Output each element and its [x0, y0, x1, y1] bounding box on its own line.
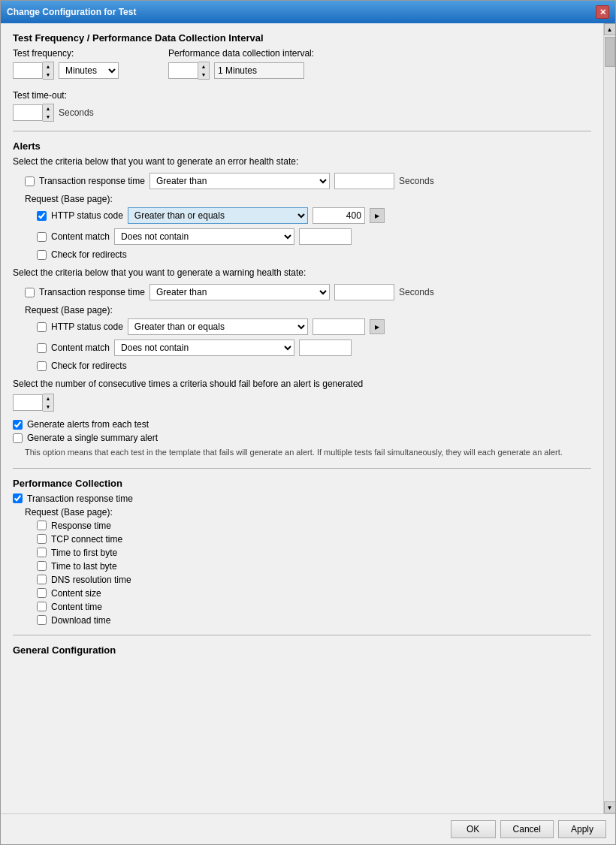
test-frequency-up[interactable]: ▲: [43, 62, 53, 71]
error-http-play-button[interactable]: ▶: [370, 208, 385, 223]
error-content-value[interactable]: [299, 228, 352, 245]
consecutive-spinner: 1 ▲ ▼: [13, 394, 54, 412]
divider-1: [13, 131, 591, 131]
generate-each-checkbox[interactable]: [13, 420, 23, 430]
general-config-section: General Configuration: [13, 644, 591, 656]
warning-http-operator[interactable]: Greater than Greater than or equals: [128, 318, 308, 335]
divider-2: [13, 468, 591, 469]
test-frequency-input[interactable]: 5: [13, 62, 43, 79]
test-frequency-down[interactable]: ▼: [43, 71, 53, 79]
warning-redirects-label: Check for redirects: [51, 361, 127, 371]
perf-interval-spinner-btns: ▲ ▼: [198, 62, 210, 80]
generate-summary-label: Generate a single summary alert: [27, 433, 158, 443]
perf-interval-label: Performance data collection interval:: [168, 48, 314, 59]
timeout-group: Test time-out: 45 ▲ ▼ Seconds: [13, 90, 591, 122]
perf-transaction-checkbox[interactable]: [13, 493, 23, 503]
warning-transaction-row: Transaction response time Greater than G…: [25, 284, 591, 300]
warning-content-value[interactable]: [299, 340, 352, 356]
ok-button[interactable]: OK: [451, 820, 496, 838]
warning-criteria-desc: Select the criteria below that you want …: [13, 267, 591, 278]
error-content-checkbox[interactable]: [37, 232, 47, 242]
warning-http-label: HTTP status code: [51, 321, 123, 332]
consecutive-spinner-btns: ▲ ▼: [43, 394, 54, 412]
error-transaction-value[interactable]: [334, 173, 394, 189]
test-frequency-unit-select[interactable]: Minutes Hours Seconds: [59, 62, 119, 79]
cancel-button[interactable]: Cancel: [500, 820, 554, 838]
frequency-section: Test Frequency / Performance Data Collec…: [13, 32, 591, 122]
perf-content-time-row: Content time: [37, 602, 591, 612]
perf-time-last-byte-row: Time to last byte: [37, 561, 591, 572]
timeout-up[interactable]: ▲: [43, 104, 53, 113]
timeout-input[interactable]: 45: [13, 104, 43, 121]
main-window: Change Configuration for Test ✕ Test Fre…: [0, 0, 616, 845]
warning-content-checkbox[interactable]: [37, 343, 47, 353]
generate-summary-checkbox[interactable]: [13, 433, 23, 443]
divider-3: [13, 635, 591, 635]
perf-interval-spinner: 1 ▲ ▼: [168, 62, 210, 80]
scroll-track[interactable]: [604, 35, 615, 801]
warning-redirects-row: Check for redirects: [37, 361, 591, 371]
perf-time-first-byte-checkbox[interactable]: [37, 548, 47, 557]
error-transaction-checkbox[interactable]: [25, 177, 35, 186]
perf-interval-down[interactable]: ▼: [198, 71, 209, 79]
warning-transaction-unit: Seconds: [399, 287, 434, 297]
scroll-down-button[interactable]: ▼: [604, 801, 616, 813]
frequency-row: Test frequency: 5 ▲ ▼ Minutes: [13, 48, 591, 84]
error-transaction-operator[interactable]: Greater than Greater than or equals Less…: [149, 173, 330, 189]
close-button[interactable]: ✕: [596, 5, 609, 19]
error-transaction-label: Transaction response time: [39, 176, 145, 186]
consecutive-up[interactable]: ▲: [43, 394, 53, 403]
warning-http-checkbox[interactable]: [37, 322, 47, 332]
perf-interval-up[interactable]: ▲: [198, 62, 209, 71]
alerts-section: Alerts Select the criteria below that yo…: [13, 140, 591, 459]
perf-collection-section: Performance Collection Transaction respo…: [13, 478, 591, 626]
warning-transaction-operator[interactable]: Greater than Greater than or equals: [149, 284, 330, 300]
error-transaction-unit: Seconds: [399, 176, 434, 186]
error-http-checkbox[interactable]: [37, 211, 47, 221]
timeout-down[interactable]: ▼: [43, 113, 53, 121]
perf-interval-group: Performance data collection interval: 1 …: [168, 48, 314, 84]
timeout-spinner-btns: ▲ ▼: [43, 104, 54, 122]
perf-dns-resolution-checkbox[interactable]: [37, 575, 47, 584]
warning-redirects-checkbox[interactable]: [37, 361, 47, 371]
titlebar: Change Configuration for Test ✕: [1, 1, 615, 23]
perf-interval-controls: 1 ▲ ▼ 1 Minutes: [168, 62, 314, 80]
error-content-label: Content match: [51, 231, 110, 242]
scroll-up-button[interactable]: ▲: [604, 23, 616, 35]
warning-content-operator[interactable]: Does not contain Contains: [114, 340, 294, 356]
test-frequency-spinner: 5 ▲ ▼: [13, 62, 54, 80]
perf-content-size-label: Content size: [51, 588, 101, 599]
perf-time-first-byte-label: Time to first byte: [51, 548, 117, 558]
perf-response-time-checkbox[interactable]: [37, 521, 47, 530]
consecutive-input[interactable]: 1: [13, 394, 43, 411]
perf-time-last-byte-checkbox[interactable]: [37, 561, 47, 571]
perf-tcp-connect-checkbox[interactable]: [37, 534, 47, 544]
perf-interval-display: 1 Minutes: [214, 62, 304, 79]
scrollbar[interactable]: ▲ ▼: [603, 23, 615, 813]
alerts-title: Alerts: [13, 140, 591, 152]
perf-content-time-checkbox[interactable]: [37, 602, 47, 611]
warning-transaction-checkbox[interactable]: [25, 288, 35, 297]
timeout-label: Test time-out:: [13, 90, 591, 101]
frequency-title: Test Frequency / Performance Data Collec…: [13, 32, 591, 44]
error-content-operator[interactable]: Does not contain Contains: [114, 228, 294, 245]
perf-tcp-connect-label: TCP connect time: [51, 534, 122, 545]
apply-button[interactable]: Apply: [558, 820, 606, 838]
warning-transaction-value[interactable]: [334, 284, 394, 300]
perf-content-size-checkbox[interactable]: [37, 588, 47, 598]
error-redirects-checkbox[interactable]: [37, 250, 47, 260]
warning-http-row: HTTP status code Greater than Greater th…: [37, 318, 591, 335]
error-http-row: HTTP status code Greater than Greater th…: [37, 207, 591, 224]
scroll-thumb[interactable]: [605, 37, 615, 67]
error-http-operator[interactable]: Greater than Greater than or equals Less…: [128, 207, 308, 224]
perf-content-time-label: Content time: [51, 602, 102, 612]
error-http-value[interactable]: [313, 207, 365, 224]
consecutive-down[interactable]: ▼: [43, 403, 53, 411]
warning-http-play-button[interactable]: ▶: [370, 319, 385, 334]
warning-http-value[interactable]: [313, 318, 365, 335]
perf-download-time-checkbox[interactable]: [37, 615, 47, 625]
error-redirects-row: Check for redirects: [37, 249, 591, 260]
alert-description: This option means that each test in the …: [25, 446, 591, 459]
perf-interval-input[interactable]: 1: [168, 62, 198, 79]
request-base-label-error: Request (Base page):: [25, 194, 591, 204]
